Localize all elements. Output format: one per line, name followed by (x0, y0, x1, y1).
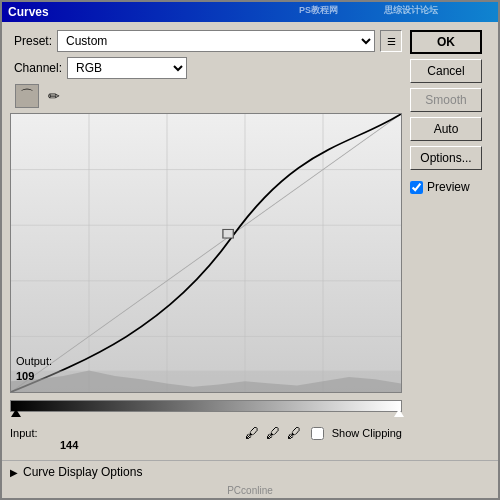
channel-select[interactable]: RGB (67, 57, 187, 79)
chart-container: Output: 109 (10, 113, 402, 393)
cancel-button[interactable]: Cancel (410, 59, 482, 83)
dialog-title: Curves (8, 5, 49, 19)
smooth-button[interactable]: Smooth (410, 88, 482, 112)
right-panel: OK Cancel Smooth Auto Options... Preview (410, 30, 490, 452)
curve-tool-btn[interactable]: ⌒ (15, 84, 39, 108)
tool-row: ⌒ ✏ (15, 84, 402, 108)
preset-label: Preset: (10, 34, 52, 48)
watermark-1: 思综设计论坛 (384, 4, 438, 17)
output-value: 109 (16, 370, 34, 382)
title-bar: Curves 思综设计论坛 PS教程网 (2, 2, 498, 22)
curve-display-options-row[interactable]: ▶ Curve Display Options (2, 460, 498, 483)
dialog-body: Preset: Custom ☰ Channel: RGB ⌒ ✏ (2, 22, 498, 460)
preview-label: Preview (427, 180, 470, 194)
svg-rect-11 (223, 229, 233, 238)
expand-icon: ▶ (10, 467, 18, 478)
preview-checkbox[interactable] (410, 181, 423, 194)
curves-dialog: Curves 思综设计论坛 PS教程网 Preset: Custom ☰ Cha… (0, 0, 500, 500)
preview-row: Preview (410, 180, 490, 194)
black-point-slider[interactable] (11, 409, 21, 417)
channel-row: Channel: RGB (12, 57, 402, 79)
ok-button[interactable]: OK (410, 30, 482, 54)
output-label: Output: (16, 355, 52, 367)
input-value-display: 144 (60, 438, 402, 452)
pencil-tool-btn[interactable]: ✏ (42, 84, 66, 108)
watermark-2: PS教程网 (299, 4, 338, 17)
preset-select[interactable]: Custom (57, 30, 375, 52)
channel-label: Channel: (12, 61, 62, 75)
input-value: 144 (60, 439, 78, 451)
curve-display-label: Curve Display Options (23, 465, 142, 479)
curves-svg (11, 114, 401, 392)
slider-row (10, 400, 402, 418)
input-label: Input: (10, 427, 38, 439)
auto-button[interactable]: Auto (410, 117, 482, 141)
chart-area[interactable]: Output: 109 (11, 114, 401, 392)
input-slider[interactable] (10, 400, 402, 418)
preset-row: Preset: Custom ☰ (10, 30, 402, 52)
preset-icon-btn[interactable]: ☰ (380, 30, 402, 52)
bottom-watermark: PCconline (2, 483, 498, 498)
options-button[interactable]: Options... (410, 146, 482, 170)
left-panel: Preset: Custom ☰ Channel: RGB ⌒ ✏ (10, 30, 402, 452)
watermark-pconline: PCconline (227, 485, 273, 496)
white-point-slider[interactable] (394, 409, 404, 417)
